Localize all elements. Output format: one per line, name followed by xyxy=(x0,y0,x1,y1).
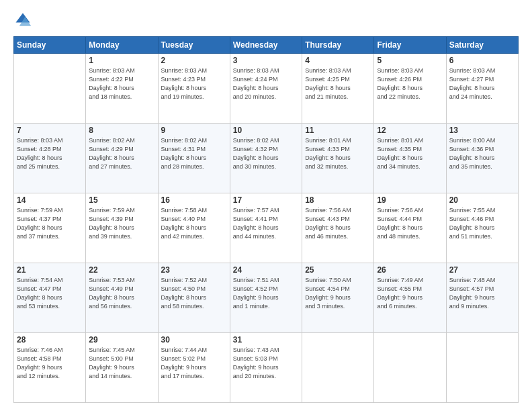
calendar-cell xyxy=(302,333,374,403)
day-info: Sunrise: 7:49 AM Sunset: 4:55 PM Dayligh… xyxy=(377,276,443,311)
day-number: 12 xyxy=(377,126,443,135)
day-info: Sunrise: 7:50 AM Sunset: 4:54 PM Dayligh… xyxy=(305,276,371,311)
day-number: 30 xyxy=(161,335,227,345)
calendar-day-header: Friday xyxy=(374,37,446,54)
calendar-week-row: 1Sunrise: 8:03 AM Sunset: 4:22 PM Daylig… xyxy=(14,54,519,124)
logo xyxy=(13,11,36,30)
day-number: 17 xyxy=(233,195,299,205)
calendar-cell: 5Sunrise: 8:03 AM Sunset: 4:26 PM Daylig… xyxy=(374,54,446,124)
day-info: Sunrise: 7:52 AM Sunset: 4:50 PM Dayligh… xyxy=(161,276,227,311)
calendar-cell: 14Sunrise: 7:59 AM Sunset: 4:37 PM Dayli… xyxy=(14,193,86,263)
calendar-cell: 17Sunrise: 7:57 AM Sunset: 4:41 PM Dayli… xyxy=(230,193,302,263)
calendar-cell xyxy=(446,333,518,403)
calendar-cell: 25Sunrise: 7:50 AM Sunset: 4:54 PM Dayli… xyxy=(302,263,374,333)
calendar-week-row: 14Sunrise: 7:59 AM Sunset: 4:37 PM Dayli… xyxy=(14,193,519,263)
calendar-cell: 19Sunrise: 7:56 AM Sunset: 4:44 PM Dayli… xyxy=(374,193,446,263)
day-info: Sunrise: 8:03 AM Sunset: 4:24 PM Dayligh… xyxy=(233,66,299,101)
day-info: Sunrise: 7:56 AM Sunset: 4:44 PM Dayligh… xyxy=(377,206,443,241)
day-number: 25 xyxy=(305,265,371,275)
calendar-cell: 24Sunrise: 7:51 AM Sunset: 4:52 PM Dayli… xyxy=(230,263,302,333)
day-info: Sunrise: 7:43 AM Sunset: 5:03 PM Dayligh… xyxy=(233,346,299,381)
calendar-day-header: Tuesday xyxy=(158,37,230,54)
calendar-cell: 27Sunrise: 7:48 AM Sunset: 4:57 PM Dayli… xyxy=(446,263,518,333)
calendar-cell: 18Sunrise: 7:56 AM Sunset: 4:43 PM Dayli… xyxy=(302,193,374,263)
calendar-cell: 22Sunrise: 7:53 AM Sunset: 4:49 PM Dayli… xyxy=(86,263,158,333)
day-number: 22 xyxy=(89,265,154,275)
calendar-cell: 30Sunrise: 7:44 AM Sunset: 5:02 PM Dayli… xyxy=(158,333,230,403)
day-info: Sunrise: 8:01 AM Sunset: 4:33 PM Dayligh… xyxy=(305,136,371,171)
day-number: 13 xyxy=(449,126,515,135)
day-info: Sunrise: 8:03 AM Sunset: 4:25 PM Dayligh… xyxy=(305,66,371,101)
calendar-cell: 6Sunrise: 8:03 AM Sunset: 4:27 PM Daylig… xyxy=(446,54,518,124)
day-number: 6 xyxy=(449,56,515,65)
calendar-cell: 3Sunrise: 8:03 AM Sunset: 4:24 PM Daylig… xyxy=(230,54,302,124)
calendar-week-row: 21Sunrise: 7:54 AM Sunset: 4:47 PM Dayli… xyxy=(14,263,519,333)
day-number: 20 xyxy=(449,195,515,205)
calendar-cell xyxy=(14,54,86,124)
calendar-cell: 16Sunrise: 7:58 AM Sunset: 4:40 PM Dayli… xyxy=(158,193,230,263)
calendar-day-header: Sunday xyxy=(14,37,86,54)
calendar-day-header: Thursday xyxy=(302,37,374,54)
day-info: Sunrise: 7:48 AM Sunset: 4:57 PM Dayligh… xyxy=(449,276,515,311)
calendar-cell: 15Sunrise: 7:59 AM Sunset: 4:39 PM Dayli… xyxy=(86,193,158,263)
day-number: 28 xyxy=(17,335,83,345)
day-number: 8 xyxy=(89,126,154,135)
calendar-week-row: 28Sunrise: 7:46 AM Sunset: 4:58 PM Dayli… xyxy=(14,333,519,403)
calendar-cell: 1Sunrise: 8:03 AM Sunset: 4:22 PM Daylig… xyxy=(86,54,158,124)
day-number: 26 xyxy=(377,265,443,275)
calendar-header-row: SundayMondayTuesdayWednesdayThursdayFrid… xyxy=(14,37,519,54)
day-info: Sunrise: 8:03 AM Sunset: 4:22 PM Dayligh… xyxy=(89,66,154,101)
calendar-cell: 9Sunrise: 8:02 AM Sunset: 4:31 PM Daylig… xyxy=(158,124,230,193)
day-number: 1 xyxy=(89,56,154,65)
day-info: Sunrise: 7:58 AM Sunset: 4:40 PM Dayligh… xyxy=(161,206,227,241)
calendar-day-header: Saturday xyxy=(446,37,518,54)
day-info: Sunrise: 8:02 AM Sunset: 4:29 PM Dayligh… xyxy=(89,136,154,171)
calendar-cell: 2Sunrise: 8:03 AM Sunset: 4:23 PM Daylig… xyxy=(158,54,230,124)
calendar-week-row: 7Sunrise: 8:03 AM Sunset: 4:28 PM Daylig… xyxy=(14,124,519,193)
calendar-cell: 10Sunrise: 8:02 AM Sunset: 4:32 PM Dayli… xyxy=(230,124,302,193)
day-number: 16 xyxy=(161,195,227,205)
day-info: Sunrise: 8:01 AM Sunset: 4:35 PM Dayligh… xyxy=(377,136,443,171)
day-number: 29 xyxy=(89,335,154,345)
day-number: 2 xyxy=(161,56,227,65)
day-number: 9 xyxy=(161,126,227,135)
day-info: Sunrise: 8:02 AM Sunset: 4:32 PM Dayligh… xyxy=(233,136,299,171)
day-info: Sunrise: 7:59 AM Sunset: 4:39 PM Dayligh… xyxy=(89,206,154,241)
day-number: 24 xyxy=(233,265,299,275)
calendar-cell: 23Sunrise: 7:52 AM Sunset: 4:50 PM Dayli… xyxy=(158,263,230,333)
day-info: Sunrise: 7:44 AM Sunset: 5:02 PM Dayligh… xyxy=(161,346,227,381)
calendar-cell: 21Sunrise: 7:54 AM Sunset: 4:47 PM Dayli… xyxy=(14,263,86,333)
day-number: 10 xyxy=(233,126,299,135)
day-info: Sunrise: 7:45 AM Sunset: 5:00 PM Dayligh… xyxy=(89,346,154,381)
day-info: Sunrise: 7:54 AM Sunset: 4:47 PM Dayligh… xyxy=(17,276,83,311)
day-info: Sunrise: 8:03 AM Sunset: 4:23 PM Dayligh… xyxy=(161,66,227,101)
calendar-cell: 8Sunrise: 8:02 AM Sunset: 4:29 PM Daylig… xyxy=(86,124,158,193)
day-info: Sunrise: 8:03 AM Sunset: 4:27 PM Dayligh… xyxy=(449,66,515,101)
day-info: Sunrise: 8:03 AM Sunset: 4:28 PM Dayligh… xyxy=(17,136,83,171)
day-number: 15 xyxy=(89,195,154,205)
calendar-cell: 28Sunrise: 7:46 AM Sunset: 4:58 PM Dayli… xyxy=(14,333,86,403)
day-number: 11 xyxy=(305,126,371,135)
day-info: Sunrise: 7:46 AM Sunset: 4:58 PM Dayligh… xyxy=(17,346,83,381)
day-number: 27 xyxy=(449,265,515,275)
day-info: Sunrise: 7:57 AM Sunset: 4:41 PM Dayligh… xyxy=(233,206,299,241)
calendar-cell: 26Sunrise: 7:49 AM Sunset: 4:55 PM Dayli… xyxy=(374,263,446,333)
day-info: Sunrise: 7:51 AM Sunset: 4:52 PM Dayligh… xyxy=(233,276,299,311)
day-number: 18 xyxy=(305,195,371,205)
day-info: Sunrise: 8:00 AM Sunset: 4:36 PM Dayligh… xyxy=(449,136,515,171)
calendar-cell: 7Sunrise: 8:03 AM Sunset: 4:28 PM Daylig… xyxy=(14,124,86,193)
day-info: Sunrise: 7:55 AM Sunset: 4:46 PM Dayligh… xyxy=(449,206,515,241)
calendar-day-header: Monday xyxy=(86,37,158,54)
calendar-cell: 13Sunrise: 8:00 AM Sunset: 4:36 PM Dayli… xyxy=(446,124,518,193)
day-number: 31 xyxy=(233,335,299,345)
day-info: Sunrise: 7:59 AM Sunset: 4:37 PM Dayligh… xyxy=(17,206,83,241)
day-number: 23 xyxy=(161,265,227,275)
day-number: 21 xyxy=(17,265,83,275)
day-number: 3 xyxy=(233,56,299,65)
day-number: 14 xyxy=(17,195,83,205)
page: SundayMondayTuesdayWednesdayThursdayFrid… xyxy=(0,0,532,411)
calendar-cell: 12Sunrise: 8:01 AM Sunset: 4:35 PM Dayli… xyxy=(374,124,446,193)
day-number: 4 xyxy=(305,56,371,65)
day-info: Sunrise: 7:53 AM Sunset: 4:49 PM Dayligh… xyxy=(89,276,154,311)
day-info: Sunrise: 7:56 AM Sunset: 4:43 PM Dayligh… xyxy=(305,206,371,241)
